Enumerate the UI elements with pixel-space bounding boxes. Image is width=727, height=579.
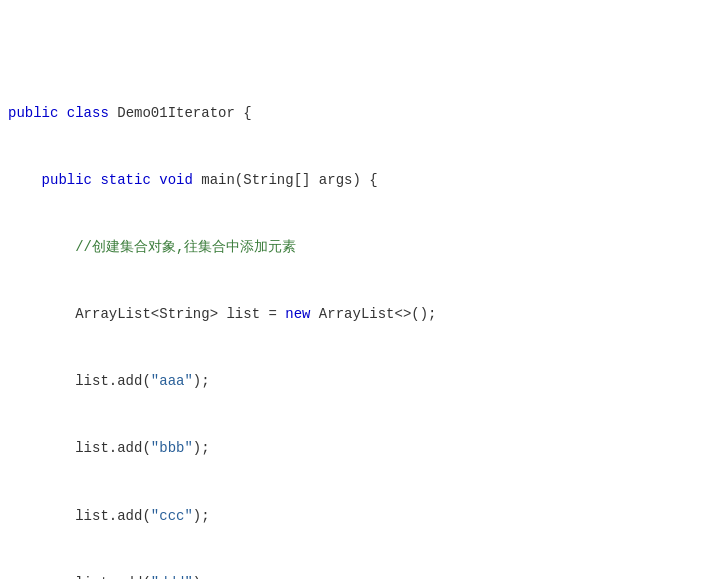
line-6: list.add("bbb");: [0, 437, 727, 459]
line-7: list.add("ccc");: [0, 505, 727, 527]
line-5: list.add("aaa");: [0, 370, 727, 392]
line-3: //创建集合对象,往集合中添加元素: [0, 236, 727, 258]
line-1: public class Demo01Iterator {: [0, 102, 727, 124]
line-2: public static void main(String[] args) {: [0, 169, 727, 191]
line-4: ArrayList<String> list = new ArrayList<>…: [0, 303, 727, 325]
code-editor: public class Demo01Iterator { public sta…: [0, 8, 727, 579]
line-8: list.add("ddd");: [0, 572, 727, 579]
